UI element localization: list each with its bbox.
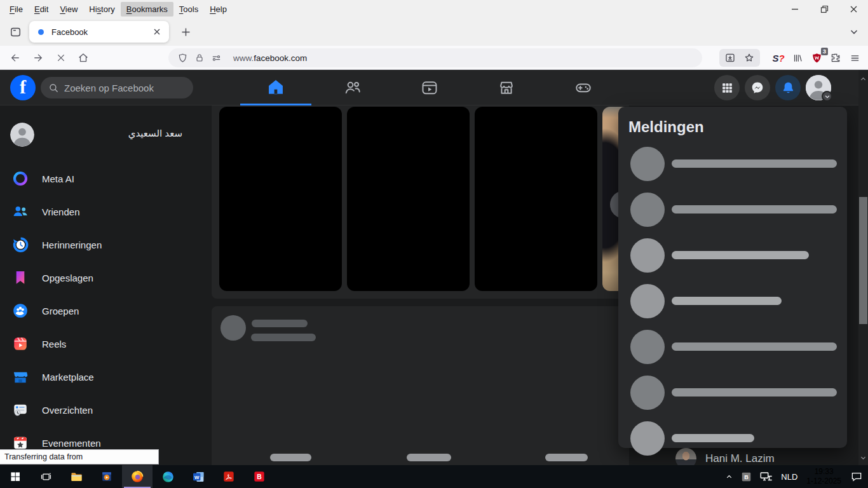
clock[interactable]: 19:33 1-12-2025: [801, 467, 846, 486]
sidebar-item-memories[interactable]: Herinneringen: [0, 228, 203, 261]
sidebar-item-friends[interactable]: Vrienden: [0, 195, 203, 228]
minimize-icon[interactable]: [780, 0, 810, 18]
tab-facebook[interactable]: Facebook: [29, 21, 169, 43]
notification-skeleton-avatar: [630, 147, 665, 181]
s-extension-icon[interactable]: S?: [769, 48, 788, 67]
nav-tab-watch[interactable]: [394, 70, 465, 105]
menu-help[interactable]: Help: [204, 2, 233, 17]
search-pill[interactable]: [41, 77, 193, 98]
notification-skeleton-bar: [672, 251, 809, 259]
edge-icon: [161, 470, 175, 484]
sidebar-item-label: Meta AI: [42, 173, 74, 184]
sidebar-item-groups[interactable]: Groepen: [0, 294, 203, 327]
sidebar-items: Meta AIVriendenHerinneringenOpgeslagenGr…: [0, 162, 203, 459]
bookmark-star-icon[interactable]: [740, 48, 759, 67]
forward-icon[interactable]: [28, 48, 48, 68]
adblock-shield-icon[interactable]: 3: [807, 48, 826, 67]
sidebar-item-label: Marketplace: [42, 372, 94, 383]
sidebar-item-label: Reels: [42, 339, 66, 349]
meta-ai-icon: [11, 170, 29, 187]
notifications-panel: Meldingen: [618, 107, 847, 448]
notification-skeleton-bar: [672, 205, 837, 214]
lock-icon[interactable]: [194, 53, 205, 63]
back-icon[interactable]: [5, 48, 25, 68]
stop-icon[interactable]: [51, 48, 71, 68]
page-scrollbar[interactable]: [858, 70, 868, 465]
notification-skeleton-avatar: [630, 421, 665, 456]
action-center-icon[interactable]: [846, 465, 867, 488]
sidebar-profile[interactable]: سعد السعيدي: [0, 118, 203, 151]
movies-tv-taskbar-button[interactable]: [92, 465, 122, 488]
restore-icon[interactable]: [810, 0, 839, 18]
sidebar-item-reels[interactable]: Reels: [0, 327, 203, 360]
menu-tools[interactable]: Tools: [173, 2, 204, 17]
url-prefix: www.: [233, 53, 254, 63]
nav-tab-gaming[interactable]: [548, 70, 619, 105]
home-browser-icon[interactable]: [73, 48, 93, 68]
file-explorer-icon: [70, 470, 83, 484]
post-skeleton-line: [252, 320, 308, 327]
sidebar-item-meta-ai[interactable]: Meta AI: [0, 162, 203, 195]
messenger-icon[interactable]: [745, 75, 770, 100]
navbar: www.facebook.com S? 3: [0, 46, 868, 70]
extensions-puzzle-icon[interactable]: [826, 48, 845, 67]
bitdefender-taskbar-button[interactable]: B: [244, 465, 275, 488]
scrollbar-up-icon[interactable]: [858, 74, 868, 84]
start-taskbar-button[interactable]: [0, 465, 31, 488]
nav-tab-home[interactable]: [240, 70, 311, 105]
story-card-loading[interactable]: [475, 107, 597, 291]
url-bar[interactable]: www.facebook.com: [168, 48, 702, 67]
sidebar-item-saved[interactable]: Opgeslagen: [0, 261, 203, 294]
search-icon: [48, 83, 59, 93]
word-taskbar-button[interactable]: W: [183, 465, 214, 488]
clock-date: 1-12-2025: [806, 477, 841, 486]
sidebar-item-overviews[interactable]: Overzichten: [0, 393, 203, 426]
nav-tab-friends[interactable]: [317, 70, 388, 105]
notifications-bell-icon[interactable]: [775, 75, 801, 100]
file-explorer-taskbar-button[interactable]: [61, 465, 92, 488]
new-tab-icon[interactable]: [175, 22, 196, 42]
notification-skeleton-row: [628, 187, 837, 233]
edge-taskbar-button[interactable]: [153, 465, 183, 488]
menu-items: FileEditViewHistoryBookmarksToolsHelp: [4, 2, 233, 17]
menu-view[interactable]: View: [54, 2, 83, 17]
library-icon[interactable]: [788, 48, 807, 67]
menu-hamburger-icon[interactable]: [845, 48, 864, 67]
save-page-icon[interactable]: [721, 48, 740, 67]
acrobat-taskbar-button[interactable]: [214, 465, 244, 488]
sidebar-item-label: Herinneringen: [42, 240, 102, 250]
menu-bookmarks[interactable]: Bookmarks: [121, 2, 173, 17]
menu-file[interactable]: File: [4, 2, 29, 17]
sidebar-item-label: Overzichten: [42, 405, 93, 416]
menu-history[interactable]: History: [83, 2, 120, 17]
sidebar-item-marketplace[interactable]: Marketplace: [0, 360, 203, 393]
network-icon[interactable]: [756, 465, 777, 488]
notification-skeleton-bar: [672, 388, 837, 396]
nav-tab-marketplace[interactable]: [471, 70, 542, 105]
close-window-icon[interactable]: [839, 0, 868, 18]
firefox-taskbar-button[interactable]: [122, 465, 153, 488]
language-indicator[interactable]: NLD: [777, 465, 801, 488]
story-card-loading[interactable]: [219, 107, 342, 291]
firefox-view-icon[interactable]: [5, 22, 25, 42]
profile-avatar[interactable]: [806, 75, 831, 100]
list-all-tabs-icon[interactable]: [844, 22, 864, 42]
task-view-taskbar-button[interactable]: [31, 465, 61, 488]
tray-chevron-up-icon[interactable]: [721, 465, 737, 488]
apps-grid-icon[interactable]: [714, 75, 740, 100]
bitdefender-icon: B: [253, 470, 266, 483]
tab-close-icon[interactable]: [150, 25, 164, 39]
menu-edit[interactable]: Edit: [29, 2, 54, 17]
permissions-icon[interactable]: [211, 53, 222, 64]
notification-skeleton-row: [628, 324, 837, 370]
notification-skeleton-row: [628, 233, 837, 278]
tracking-shield-icon[interactable]: [177, 53, 188, 64]
notification-rows: [628, 141, 837, 461]
scrollbar-thumb[interactable]: [859, 197, 867, 324]
search-input[interactable]: [64, 83, 179, 93]
scrollbar-down-icon[interactable]: [858, 452, 868, 463]
facebook-logo[interactable]: f: [10, 75, 36, 100]
home-icon: [267, 78, 285, 96]
tray-bitdefender-icon[interactable]: B: [737, 465, 756, 488]
story-card-loading[interactable]: [347, 107, 470, 291]
